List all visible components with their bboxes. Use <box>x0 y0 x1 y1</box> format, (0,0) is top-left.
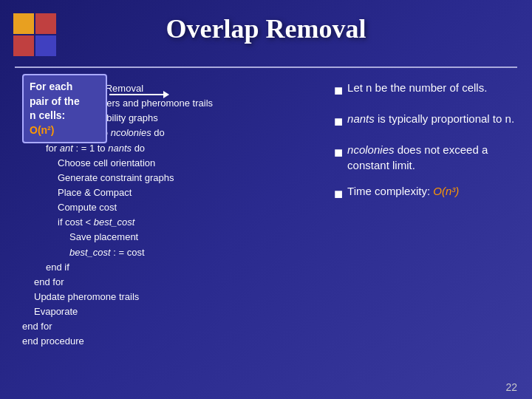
code-line-12: end if <box>46 260 318 275</box>
for-each-arrow <box>109 94 168 95</box>
for-each-line3: n cells: <box>30 109 65 121</box>
code-line-17: end procedure <box>22 334 318 349</box>
bullet-list: ■ Let n be the number of cells. ■ nants … <box>334 80 516 204</box>
code-line-14: Update pheromone trails <box>34 290 318 304</box>
bullet-icon-2: ■ <box>334 111 343 132</box>
for-each-line2: pair of the <box>30 95 80 107</box>
bullet-icon-4: ■ <box>334 183 343 204</box>
for-each-line4: O(n²) <box>30 124 54 136</box>
code-line-5: Choose cell orientation <box>58 156 318 171</box>
bullet-text-1: Let n be the number of cells. <box>347 80 487 95</box>
code-line-16: end for <box>22 319 318 334</box>
page-title: Overlap Removal <box>166 14 366 44</box>
code-line-9: if cost < best_cost <box>58 215 318 230</box>
bullet-item-1: ■ Let n be the number of cells. <box>334 80 516 100</box>
code-line-15: Evaporate <box>34 304 318 319</box>
code-line-7: Place & Compact <box>58 185 318 200</box>
bullet-text-2: nants is typically proportional to n. <box>347 111 514 126</box>
bullet-text-4: Time complexity: O(n³) <box>347 183 459 199</box>
title-divider <box>15 66 517 68</box>
bullet-item-4: ■ Time complexity: O(n³) <box>334 183 516 204</box>
bullet-text-3: ncolonies does not exceed a constant lim… <box>347 142 516 173</box>
code-line-6: Generate constraint graphs <box>58 171 318 185</box>
code-line-8: Compute cost <box>58 200 318 215</box>
code-line-13: end for <box>34 275 318 290</box>
bullet-icon-1: ■ <box>334 80 343 100</box>
code-line-10: Save placement <box>69 230 318 245</box>
for-each-box: For each pair of the n cells: O(n²) <box>22 74 107 143</box>
bullet-item-2: ■ nants is typically proportional to n. <box>334 111 516 132</box>
slide-number: 22 <box>505 381 517 393</box>
bullet-icon-3: ■ <box>334 142 343 163</box>
bullet-item-3: ■ ncolonies does not exceed a constant l… <box>334 142 516 173</box>
complexity-value: O(n³) <box>433 185 459 197</box>
for-each-line1: For each <box>30 81 72 92</box>
title-bar: Overlap Removal <box>0 13 532 44</box>
code-line-11: best_cost : = cost <box>69 245 318 260</box>
right-panel: ■ Let n be the number of cells. ■ nants … <box>325 74 525 384</box>
